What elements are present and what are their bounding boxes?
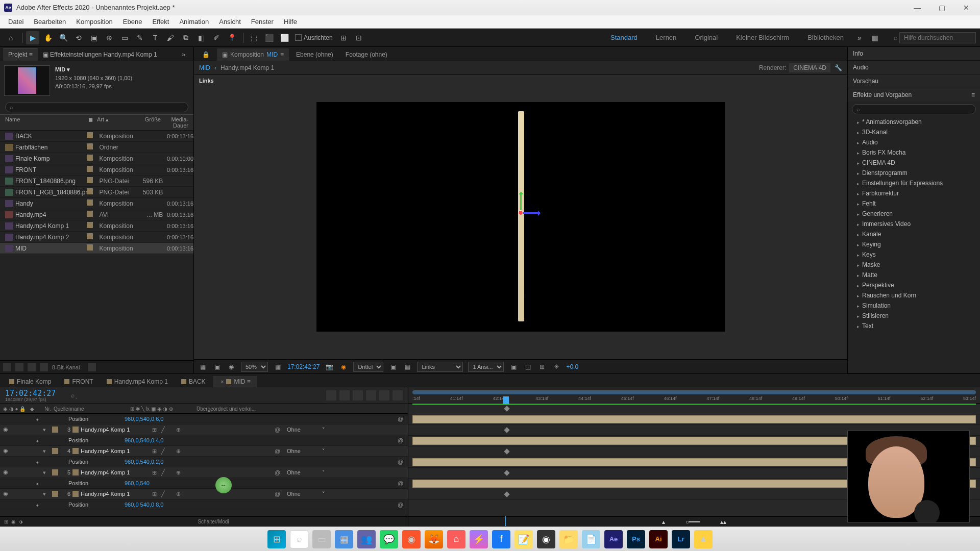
project-columns-header[interactable]: Name ◼ Art ▴ Größe Media-Dauer <box>0 114 193 131</box>
taskbar-obs[interactable]: ◉ <box>537 530 555 548</box>
project-item[interactable]: FRONT_RGB_1840886.pngPNG-Datei503 KB <box>0 187 193 198</box>
playhead[interactable] <box>503 396 509 404</box>
taskbar-brave[interactable]: ◉ <box>402 530 421 548</box>
roi-button[interactable]: ▣ <box>388 362 398 371</box>
layer-property-row[interactable]: ⬥Position960,0,540,0,2,0@ <box>0 457 408 467</box>
project-item[interactable]: FRONT_1840886.pngPNG-Datei596 KB <box>0 176 193 187</box>
effects-category[interactable]: Kanäle <box>848 229 980 239</box>
taskbar-facebook[interactable]: f <box>492 530 510 548</box>
puppet-tool[interactable]: 📍 <box>225 31 238 44</box>
resolution-button[interactable]: ▦ <box>273 362 282 371</box>
gizmo-x-axis[interactable] <box>522 212 540 214</box>
workspace-original[interactable]: Original <box>692 32 721 43</box>
effects-category[interactable]: Stilisieren <box>848 311 980 321</box>
orbit-tool[interactable]: ⟲ <box>72 31 85 44</box>
layer-row[interactable]: ◉▾5Handy.mp4 Komp 1⊞ ╱ ⊕@Ohne ˅ <box>0 467 408 478</box>
axis-view-button[interactable]: ⬜ <box>278 31 291 44</box>
close-button[interactable]: ✕ <box>959 3 974 13</box>
toggle-switches-button-3[interactable]: ⬗ <box>19 519 23 524</box>
motion-blur-button[interactable]: ⊞ <box>537 362 547 371</box>
project-item[interactable]: FarbflächenOrdner <box>0 142 193 153</box>
breadcrumb-parent[interactable]: Handy.mp4 Komp 1 <box>220 64 274 71</box>
bit-depth-label[interactable]: 8-Bit-Kanal <box>52 364 80 370</box>
effects-category[interactable]: Perspektive <box>848 280 980 290</box>
shy-button[interactable] <box>353 390 363 400</box>
layer-property-row[interactable]: ⬥Position960,0,540,0,4,0@ <box>0 435 408 446</box>
workspace-standard[interactable]: Standard <box>607 32 641 43</box>
taskbar-search[interactable]: ⌕ <box>290 530 308 548</box>
panel-info[interactable]: Info <box>848 47 980 60</box>
timeline-tab-back[interactable]: BACK <box>175 376 212 387</box>
mask-button[interactable]: ◉ <box>227 362 236 371</box>
menu-ebene[interactable]: Ebene <box>118 16 148 27</box>
toggle-switches-button-2[interactable]: ◉ <box>11 519 16 524</box>
grid-button[interactable]: ▦ <box>403 362 412 371</box>
project-item[interactable]: Handy.mp4 Komp 2Komposition0:00:13:16 <box>0 232 193 243</box>
effects-category[interactable]: * Animationsvorgaben <box>848 117 980 127</box>
draft-button[interactable] <box>339 390 350 400</box>
timeline-search[interactable]: ⌕ˬ <box>71 392 78 399</box>
home-button[interactable]: ⌂ <box>4 31 17 44</box>
taskbar-messenger[interactable]: ⚡ <box>470 530 488 548</box>
project-item[interactable]: Handy.mp4 Komp 1Komposition0:00:13:16 <box>0 220 193 232</box>
taskbar-app[interactable]: ▲ <box>694 530 713 548</box>
taskbar-widgets[interactable]: ▦ <box>335 530 353 548</box>
timeline-tab-finale-komp[interactable]: Finale Komp <box>3 376 57 387</box>
new-comp-button[interactable] <box>28 363 36 371</box>
timeline-tab-handy-mp4-komp-1[interactable]: Handy.mp4 Komp 1 <box>101 376 174 387</box>
gizmo-anchor[interactable] <box>518 210 523 215</box>
roto-tool[interactable]: ✐ <box>210 31 223 44</box>
effects-category[interactable]: Simulation <box>848 300 980 311</box>
layer-phone-shape[interactable] <box>518 111 524 321</box>
eraser-tool[interactable]: ◧ <box>194 31 208 44</box>
project-item[interactable]: FRONTKomposition0:00:13:16 <box>0 164 193 176</box>
hand-tool[interactable]: ✋ <box>41 31 55 44</box>
camera-tool[interactable]: ▣ <box>87 31 101 44</box>
effects-category[interactable]: Audio <box>848 137 980 147</box>
taskbar-photoshop[interactable]: Ps <box>627 530 645 548</box>
layer-property-row[interactable]: ⬥Position960,0,540@ <box>0 478 408 489</box>
delete-button[interactable] <box>88 363 96 371</box>
current-time-display[interactable]: 17:02:42:27 <box>287 363 320 370</box>
type-tool[interactable]: T <box>149 31 162 44</box>
minimize-button[interactable]: — <box>910 3 925 13</box>
pen-tool[interactable]: ✎ <box>133 31 146 44</box>
viewer-canvas[interactable] <box>316 102 725 332</box>
help-search-input[interactable] <box>899 32 976 43</box>
graph-editor-button[interactable] <box>393 390 403 400</box>
alpha-button[interactable]: ▦ <box>198 362 207 371</box>
snap-option-2[interactable]: ⊡ <box>352 31 365 44</box>
effects-search-input[interactable] <box>852 104 976 114</box>
adjust-button[interactable] <box>40 363 48 371</box>
anchor-tool[interactable]: ⊕ <box>103 31 116 44</box>
motion-blur-toggle[interactable] <box>379 390 389 400</box>
workspace-kleiner-bildschirm[interactable]: Kleiner Bildschirm <box>733 32 792 43</box>
tab-composition[interactable]: ▣ Komposition MID ≡ <box>217 48 289 61</box>
workspace-panel-button[interactable]: ▦ <box>868 31 881 44</box>
effects-category[interactable]: 3D-Kanal <box>848 127 980 137</box>
draft3d-button[interactable]: ▣ <box>509 362 518 371</box>
taskbar-firefox[interactable]: 🦊 <box>425 530 443 548</box>
menu-animation[interactable]: Animation <box>174 16 214 27</box>
project-item[interactable]: Handy.mp4AVI... MB0:00:13:16 <box>0 209 193 220</box>
workspace-bibliotheken[interactable]: Bibliotheken <box>804 32 847 43</box>
tab-layer[interactable]: Ebene (ohne) <box>291 48 338 61</box>
comp-mini-flow-button[interactable] <box>326 390 336 400</box>
3d-button[interactable]: ◫ <box>523 362 532 371</box>
zoom-in-button[interactable]: ▴▴ <box>720 518 726 525</box>
project-item[interactable]: Finale KompKomposition0:00:10:00 <box>0 153 193 164</box>
taskbar-whatsapp[interactable]: 💬 <box>380 530 398 548</box>
taskbar-after-effects[interactable]: Ae <box>604 530 623 548</box>
snapshot-button[interactable]: 📷 <box>325 362 334 371</box>
shape-tool[interactable]: ▭ <box>118 31 131 44</box>
renderer-value[interactable]: CINEMA 4D <box>789 63 830 72</box>
effects-category[interactable]: CINEMA 4D <box>848 158 980 168</box>
task-view-button[interactable]: ▭ <box>312 530 331 548</box>
timeline-tab-mid[interactable]: ×MID ≡ <box>213 376 257 387</box>
project-item[interactable]: HandyKomposition0:00:13:16 <box>0 198 193 209</box>
project-item[interactable]: MIDKomposition0:00:13:16 <box>0 243 193 254</box>
tab-effect-controls[interactable]: ▣ Effekteinstellungen Handy.mp4 Komp 1 <box>38 48 162 61</box>
effects-category[interactable]: Immersives Video <box>848 219 980 229</box>
exposure-button[interactable]: ☀ <box>552 362 561 371</box>
tab-more[interactable]: » <box>177 48 190 61</box>
